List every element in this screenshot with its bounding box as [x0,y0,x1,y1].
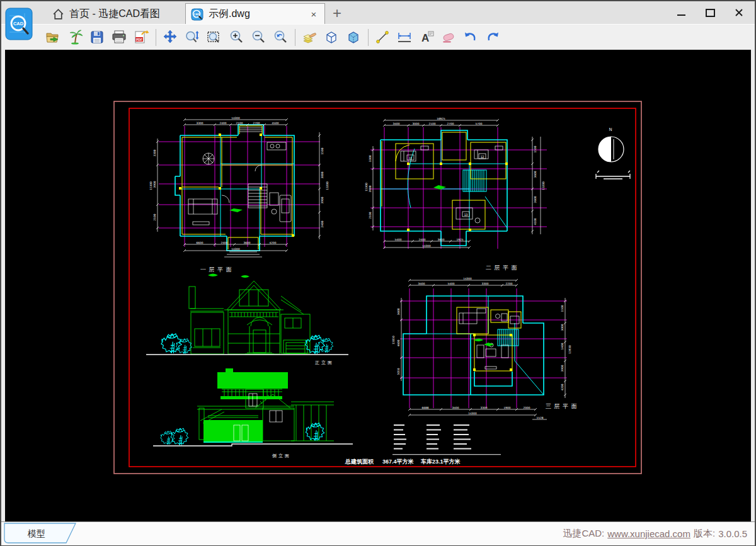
svg-text:14300: 14300 [422,244,431,247]
svg-text:14300: 14300 [468,412,477,415]
pan-button[interactable] [161,28,179,47]
svg-text:16925: 16925 [437,117,445,120]
print-button[interactable] [110,28,128,47]
svg-text:3000: 3000 [321,171,324,178]
elevation-side: 侧立面 [153,368,353,458]
svg-text:2200: 2200 [506,282,513,285]
eraser-button[interactable] [440,28,457,47]
zoom-window-button[interactable] [205,28,223,47]
svg-text:1528: 1528 [537,416,544,419]
svg-text:A: A [421,32,429,44]
toolbar-separator [156,29,156,46]
svg-text:6600: 6600 [197,241,203,244]
close-button[interactable] [730,4,748,21]
drawing-canvas[interactable]: 33002400210027004500 14300 6600240036004… [5,50,751,521]
layers-button[interactable] [301,28,318,47]
svg-text:13200: 13200 [542,181,545,190]
svg-text:3000: 3000 [561,324,564,331]
insert-image-button[interactable] [66,28,84,47]
tab-home[interactable]: 首页 - 迅捷CAD看图 [45,4,166,24]
area-table: 总建筑面积 367.4平方米 车库23.1平方米 [345,424,501,465]
zoom-out-icon [250,29,266,45]
home-tab-label: 首页 - 迅捷CAD看图 [69,8,160,21]
zoom-in-icon [228,29,244,45]
undo-button[interactable] [462,28,479,47]
pdf-export-icon: PDF [133,29,149,45]
svg-text:1900: 1900 [504,406,511,409]
app-logo: CAD [5,8,33,40]
svg-text:PDF: PDF [136,38,142,42]
measure-line-icon [374,29,391,45]
svg-text:4200: 4200 [561,384,564,390]
svg-text:2700: 2700 [253,122,260,125]
maximize-icon [706,9,715,17]
svg-text:2100: 2100 [429,122,436,125]
floor-plan-first: 33002400210027004500 14300 6600240036004… [149,117,329,278]
minimize-icon [677,14,685,16]
svg-text:15050: 15050 [392,336,395,344]
pan-icon [162,29,178,45]
svg-text:3300: 3300 [369,155,372,162]
zoom-in-button[interactable] [227,28,245,47]
maximize-button[interactable] [701,4,719,21]
svg-text:3300: 3300 [481,406,488,409]
doc-tab-label: 示例.dwg [209,8,250,21]
minimize-button[interactable] [672,4,690,21]
svg-text:5700: 5700 [476,122,483,125]
svg-text:3900: 3900 [321,196,324,203]
brand-text: 迅捷CAD: [563,528,604,540]
zoom-out-button[interactable] [249,28,267,47]
open-file-button[interactable] [44,28,62,47]
svg-text:二层平面: 二层平面 [486,264,520,271]
open-folder-icon [45,29,61,45]
new-tab-button[interactable]: + [329,5,345,21]
svg-text:13: 13 [464,213,468,217]
version-value: 3.0.0.5 [718,528,747,539]
svg-text:2400: 2400 [220,122,227,125]
svg-text:N: N [609,127,612,132]
status-right: 迅捷CAD: www.xunjiecad.com 版本: 3.0.0.5 [563,522,747,545]
svg-text:12: 12 [481,155,484,159]
view-wireframe-button[interactable] [323,28,340,47]
svg-text:2600: 2600 [534,196,537,203]
undo-icon [462,29,479,45]
redo-button[interactable] [484,28,501,47]
zoom-previous-button[interactable] [272,28,289,47]
svg-text:3300: 3300 [153,149,156,156]
toolbar: PDF [1,24,755,50]
svg-text:3300: 3300 [197,122,203,125]
export-pdf-button[interactable]: PDF [132,28,150,47]
tab-close-button[interactable]: × [308,9,319,20]
svg-text:5400: 5400 [395,238,402,241]
svg-text:总建筑面积: 总建筑面积 [345,458,374,465]
save-icon [89,29,105,45]
svg-text:CAD: CAD [13,21,24,26]
model-tab[interactable]: 模型 [3,523,84,545]
website-link[interactable]: www.xunjiecad.com [607,528,690,539]
save-button[interactable] [88,28,106,47]
zoom-dynamic-button[interactable] [183,28,201,47]
svg-text:2100: 2100 [369,212,372,219]
svg-text:一层平面: 一层平面 [200,266,234,273]
svg-text:模型: 模型 [27,528,45,538]
floor-plan-third: 3400540033002200 14300 66883400330019002… [392,277,580,420]
svg-text:三层平面: 三层平面 [546,403,580,409]
measure-line-button[interactable] [374,28,391,47]
svg-text:14300: 14300 [463,277,472,280]
text-tool-icon: A [418,29,435,45]
version-label: 版本: [694,528,715,540]
svg-text:正立面: 正立面 [315,360,334,365]
svg-text:2100: 2100 [236,122,243,125]
annotate-text-button[interactable]: A [418,28,435,47]
svg-text:13200: 13200 [326,181,329,190]
toolbar-separator [295,29,295,46]
tab-document[interactable]: CAD 示例.dwg × [185,3,325,25]
svg-text:3600: 3600 [534,171,537,178]
svg-text:3600: 3600 [438,238,445,241]
measure-dimension-button[interactable] [396,28,413,47]
svg-text:车库23.1平方米: 车库23.1平方米 [420,458,461,465]
home-icon [52,8,65,21]
svg-text:1925: 1925 [457,238,464,241]
view-shaded-button[interactable] [345,28,362,47]
svg-text:11: 11 [409,156,412,160]
